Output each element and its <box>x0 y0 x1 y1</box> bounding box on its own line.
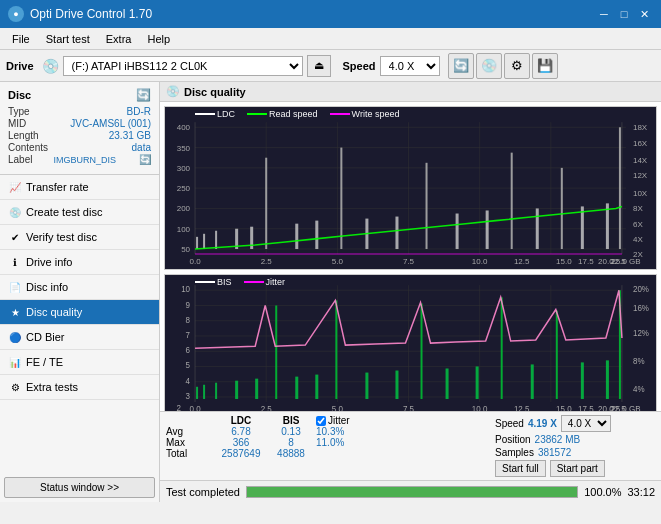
disc-header: Disc 🔄 <box>4 86 155 106</box>
svg-rect-42 <box>196 237 198 249</box>
disc-mid-row: MID JVC-AMS6L (001) <box>8 118 151 129</box>
nav-disc-info-label: Disc info <box>26 281 68 293</box>
svg-rect-53 <box>426 163 428 249</box>
ldc-label: LDC <box>217 109 235 119</box>
status-window-button[interactable]: Status window >> <box>4 477 155 498</box>
speed-select[interactable]: 4.0 X <box>380 56 440 76</box>
svg-rect-116 <box>446 369 449 399</box>
svg-text:2.5: 2.5 <box>261 257 273 266</box>
svg-rect-59 <box>581 206 584 249</box>
svg-text:300: 300 <box>177 164 191 173</box>
svg-rect-60 <box>606 203 609 249</box>
nav-fe-te[interactable]: 📊 FE / TE <box>0 350 159 375</box>
jitter-header: Jitter <box>328 415 350 426</box>
nav-disc-quality-label: Disc quality <box>26 306 82 318</box>
svg-text:2.5: 2.5 <box>261 405 273 411</box>
disc-icon[interactable]: 💿 <box>476 53 502 79</box>
chart1-wrapper: LDC Read speed Write speed <box>164 106 657 270</box>
svg-rect-112 <box>335 301 337 400</box>
chart2-legend: BIS Jitter <box>195 277 285 287</box>
stats-max-bis: 8 <box>266 437 316 448</box>
nav-extra-tests[interactable]: ⚙ Extra tests <box>0 375 159 400</box>
svg-text:12.5: 12.5 <box>514 257 530 266</box>
svg-text:10X: 10X <box>633 189 648 198</box>
settings-icon[interactable]: ⚙ <box>504 53 530 79</box>
progress-area: Test completed 100.0% 33:12 <box>160 480 661 502</box>
drive-icon: 💿 <box>42 58 59 74</box>
nav-drive-info[interactable]: ℹ Drive info <box>0 250 159 275</box>
content-header: 💿 Disc quality <box>160 82 661 102</box>
start-full-button[interactable]: Start full <box>495 460 546 477</box>
nav-disc-info[interactable]: 📄 Disc info <box>0 275 159 300</box>
jitter-checkbox[interactable] <box>316 416 326 426</box>
svg-text:10: 10 <box>181 286 190 295</box>
menu-bar: File Start test Extra Help <box>0 28 661 50</box>
save-icon[interactable]: 💾 <box>532 53 558 79</box>
jitter-label: Jitter <box>266 277 286 287</box>
drive-toolbar: Drive 💿 (F:) ATAPI iHBS112 2 CL0K ⏏ Spee… <box>0 50 661 82</box>
menu-start-test[interactable]: Start test <box>38 31 98 47</box>
charts-container: LDC Read speed Write speed <box>160 102 661 411</box>
nav-cd-bier[interactable]: 🔵 CD Bier <box>0 325 159 350</box>
eject-button[interactable]: ⏏ <box>307 55 331 77</box>
disc-section: Disc 🔄 Type BD-R MID JVC-AMS6L (001) Len… <box>0 82 159 175</box>
nav-transfer-rate[interactable]: 📈 Transfer rate <box>0 175 159 200</box>
app-icon: ● <box>8 6 24 22</box>
svg-text:7.5: 7.5 <box>403 405 415 411</box>
speed-label-stats: Speed <box>495 418 524 429</box>
content-area: 💿 Disc quality LDC Read speed <box>160 82 661 502</box>
chart1-legend: LDC Read speed Write speed <box>195 109 399 119</box>
write-speed-label: Write speed <box>352 109 400 119</box>
svg-text:250: 250 <box>177 184 191 193</box>
svg-rect-105 <box>203 385 205 399</box>
stats-table-container: LDC BIS Jitter Avg 6.78 0.13 10.3% Max 3… <box>166 415 491 459</box>
nav-create-test-disc-label: Create test disc <box>26 206 102 218</box>
title-bar-left: ● Opti Drive Control 1.70 <box>8 6 152 22</box>
svg-rect-50 <box>340 148 342 249</box>
svg-text:8X: 8X <box>633 204 643 213</box>
svg-rect-118 <box>501 298 503 400</box>
svg-text:0.0: 0.0 <box>189 405 201 411</box>
close-button[interactable]: ✕ <box>635 5 653 23</box>
refresh-icon[interactable]: 🔄 <box>448 53 474 79</box>
nav-verify-test-disc-label: Verify test disc <box>26 231 97 243</box>
stats-bis-header: BIS <box>266 415 316 426</box>
svg-text:4X: 4X <box>633 235 643 244</box>
disc-type-label: Type <box>8 106 30 117</box>
cd-bier-icon: 🔵 <box>8 330 22 344</box>
disc-refresh-icon[interactable]: 🔄 <box>136 88 151 102</box>
svg-text:7.5: 7.5 <box>403 257 415 266</box>
svg-rect-114 <box>395 371 398 399</box>
svg-text:4%: 4% <box>633 385 645 394</box>
svg-rect-107 <box>235 381 238 399</box>
svg-rect-48 <box>295 224 298 249</box>
svg-text:15.0: 15.0 <box>556 405 572 411</box>
menu-file[interactable]: File <box>4 31 38 47</box>
nav-verify-test-disc[interactable]: ✔ Verify test disc <box>0 225 159 250</box>
stats-right-panel: Speed 4.19 X 4.0 X Position 23862 MB Sam… <box>495 415 655 477</box>
svg-rect-52 <box>395 217 398 249</box>
stats-main: LDC BIS Jitter Avg 6.78 0.13 10.3% Max 3… <box>166 415 655 477</box>
disc-contents-value: data <box>132 142 151 153</box>
nav-create-test-disc[interactable]: 💿 Create test disc <box>0 200 159 225</box>
svg-text:12%: 12% <box>633 329 649 338</box>
legend-jitter: Jitter <box>244 277 286 287</box>
menu-help[interactable]: Help <box>139 31 178 47</box>
svg-rect-121 <box>581 363 584 400</box>
start-part-button[interactable]: Start part <box>550 460 605 477</box>
sidebar: Disc 🔄 Type BD-R MID JVC-AMS6L (001) Len… <box>0 82 160 502</box>
drive-select[interactable]: (F:) ATAPI iHBS112 2 CL0K <box>63 56 303 76</box>
disc-label-value: IMGBURN_DIS <box>53 155 116 165</box>
speed-select-stats[interactable]: 4.0 X <box>561 415 611 432</box>
maximize-button[interactable]: □ <box>615 5 633 23</box>
svg-text:9: 9 <box>186 301 191 310</box>
disc-label-label: Label <box>8 154 32 165</box>
menu-extra[interactable]: Extra <box>98 31 140 47</box>
progress-percent: 100.0% <box>584 486 621 498</box>
stats-total-ldc: 2587649 <box>216 448 266 459</box>
svg-text:17.5: 17.5 <box>578 405 594 411</box>
nav-disc-quality[interactable]: ★ Disc quality <box>0 300 159 325</box>
minimize-button[interactable]: ─ <box>595 5 613 23</box>
svg-text:8%: 8% <box>633 358 645 367</box>
svg-rect-115 <box>421 304 423 400</box>
